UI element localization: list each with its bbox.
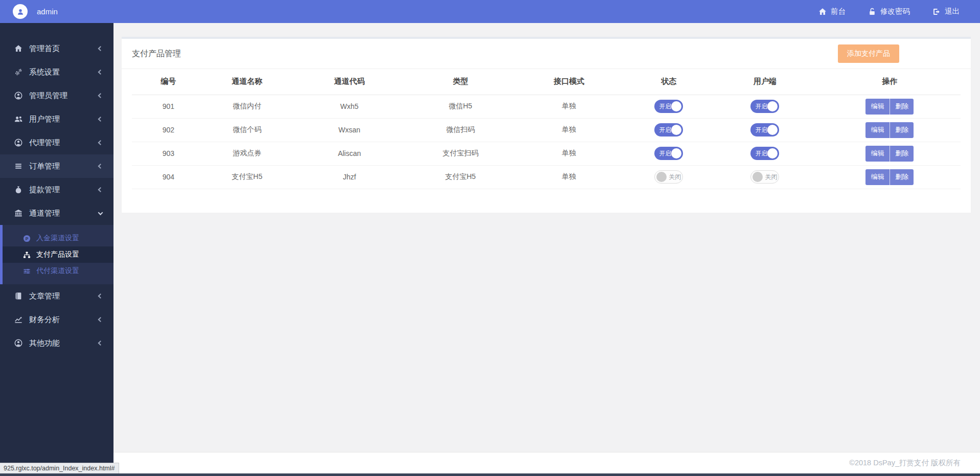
client-toggle[interactable]: 关闭 (750, 170, 779, 184)
sidebar-item-label: 系统设置 (29, 67, 60, 77)
status-toggle[interactable]: 关闭 (654, 170, 683, 184)
status-toggle[interactable]: 开启 (654, 100, 683, 113)
submenu-item-label: 入金渠道设置 (36, 234, 79, 243)
sidebar-item-user-management[interactable]: 用户管理 (0, 107, 113, 131)
edit-button[interactable]: 编辑 (865, 169, 890, 185)
client-toggle[interactable]: 开启 (750, 147, 779, 160)
content-area: 支付产品管理 添加支付产品 编号 通道名称 通道代码 类型 (113, 23, 980, 452)
chevron-left-icon (98, 46, 103, 51)
cell-mode: 单独 (511, 165, 626, 189)
p-circle-icon: P (23, 235, 31, 242)
user-circle-icon (14, 339, 22, 347)
status-toggle[interactable]: 开启 (654, 123, 683, 137)
cell-id: 901 (132, 95, 205, 118)
submenu-item-payment-product[interactable]: 支付产品设置 (3, 246, 113, 263)
sidebar-item-order-management[interactable]: 订单管理 (0, 154, 113, 178)
topbar-nav: 前台 修改密码 退出 (818, 7, 960, 16)
users-icon (14, 115, 22, 123)
payment-product-card: 支付产品管理 添加支付产品 编号 通道名称 通道代码 类型 (122, 37, 971, 213)
delete-button[interactable]: 删除 (890, 169, 914, 185)
col-header-id: 编号 (132, 69, 205, 95)
toggle-knob (753, 172, 763, 182)
delete-button[interactable]: 删除 (890, 122, 914, 138)
sidebar-item-label: 管理员管理 (29, 91, 67, 101)
sidebar-item-system-settings[interactable]: 系统设置 (0, 60, 113, 84)
toggle-knob (656, 172, 667, 182)
chevron-left-icon (98, 140, 103, 145)
add-payment-product-button[interactable]: 添加支付产品 (838, 44, 899, 63)
chevron-left-icon (98, 117, 103, 122)
cell-mode: 单独 (511, 95, 626, 118)
col-header-mode: 接口模式 (511, 69, 626, 95)
frontend-link[interactable]: 前台 (818, 7, 846, 16)
client-toggle[interactable]: 开启 (750, 123, 779, 137)
cell-code: Wxsan (289, 118, 409, 142)
copyright-text: ©2018 DsPay_打赏支付 版权所有 (849, 458, 961, 468)
person-icon (16, 8, 25, 16)
chevron-left-icon (98, 93, 103, 98)
toggle-label: 关闭 (669, 171, 681, 183)
main-area: 支付产品管理 添加支付产品 编号 通道名称 通道代码 类型 (113, 23, 980, 473)
submenu-item-label: 代付渠道设置 (36, 266, 79, 276)
chevron-left-icon (98, 70, 103, 75)
sidebar-item-finance-analysis[interactable]: 财务分析 (0, 308, 113, 331)
change-password-link[interactable]: 修改密码 (868, 7, 910, 16)
cell-type: 微信H5 (409, 95, 511, 118)
footer: ©2018 DsPay_打赏支付 版权所有 (113, 452, 980, 473)
sidebar-item-label: 其他功能 (29, 338, 60, 348)
change-password-label: 修改密码 (880, 7, 910, 16)
chevron-left-icon (98, 317, 103, 322)
cell-type: 支付宝扫码 (409, 142, 511, 165)
table-row: 903 游戏点券 Aliscan 支付宝扫码 单独 开启 开启 编辑删除 (132, 142, 961, 165)
edit-button[interactable]: 编辑 (865, 122, 890, 138)
table-row: 901 微信内付 Wxh5 微信H5 单独 开启 开启 编辑删除 (132, 95, 961, 118)
topbar: admin 前台 修改密码 退出 (0, 0, 980, 23)
sidebar: 管理首页 系统设置 管理员管理 用户管理 代理管理 订单管理 提款管理 通道管理 (0, 23, 113, 473)
submenu-item-deposit-channel[interactable]: P 入金渠道设置 (3, 230, 113, 246)
col-header-code: 通道代码 (289, 69, 409, 95)
user-circle-icon (14, 139, 22, 147)
col-header-status: 状态 (627, 69, 711, 95)
cell-code: Wxh5 (289, 95, 409, 118)
sidebar-item-article-management[interactable]: 文章管理 (0, 284, 113, 308)
cell-name: 微信个码 (205, 118, 289, 142)
cell-id: 903 (132, 142, 205, 165)
status-toggle[interactable]: 开启 (654, 147, 683, 160)
channel-submenu: P 入金渠道设置 支付产品设置 代付渠道设置 (0, 225, 113, 284)
toggle-label: 开启 (659, 100, 671, 113)
chevron-down-icon (98, 210, 103, 215)
chevron-left-icon (98, 187, 103, 192)
page-title: 支付产品管理 (132, 49, 181, 59)
delete-button[interactable]: 删除 (890, 99, 914, 115)
toggle-label: 开启 (659, 147, 671, 160)
sidebar-item-label: 通道管理 (29, 209, 60, 218)
sidebar-item-admin-home[interactable]: 管理首页 (0, 37, 113, 60)
action-button-group: 编辑删除 (865, 99, 914, 115)
cell-mode: 单独 (511, 118, 626, 142)
sidebar-item-channel-management[interactable]: 通道管理 (0, 201, 113, 225)
edit-button[interactable]: 编辑 (865, 99, 890, 115)
browser-status-tooltip: 925.rglxc.top/admin_Index_index.html# (0, 463, 119, 473)
cell-type: 支付宝H5 (409, 165, 511, 189)
toggle-label: 开启 (755, 123, 767, 137)
sidebar-item-admin-management[interactable]: 管理员管理 (0, 84, 113, 107)
cogs-icon (14, 68, 22, 76)
sign-out-icon (932, 8, 941, 16)
sidebar-item-withdraw-management[interactable]: 提款管理 (0, 178, 113, 201)
money-bag-icon (14, 186, 22, 194)
bottom-strip (0, 473, 980, 476)
sidebar-item-other-functions[interactable]: 其他功能 (0, 331, 113, 355)
toggle-label: 开启 (755, 100, 767, 113)
edit-button[interactable]: 编辑 (865, 146, 890, 162)
sidebar-item-agent-management[interactable]: 代理管理 (0, 131, 113, 154)
chart-line-icon (14, 315, 22, 324)
client-toggle[interactable]: 开启 (750, 100, 779, 113)
delete-button[interactable]: 删除 (890, 146, 914, 162)
submenu-item-payout-channel[interactable]: 代付渠道设置 (3, 263, 113, 279)
cell-code: Jhzf (289, 165, 409, 189)
sidebar-item-label: 管理首页 (29, 44, 60, 54)
toggle-knob (671, 148, 681, 158)
user-avatar[interactable] (13, 4, 28, 19)
chevron-left-icon (98, 341, 103, 346)
logout-link[interactable]: 退出 (932, 7, 960, 16)
